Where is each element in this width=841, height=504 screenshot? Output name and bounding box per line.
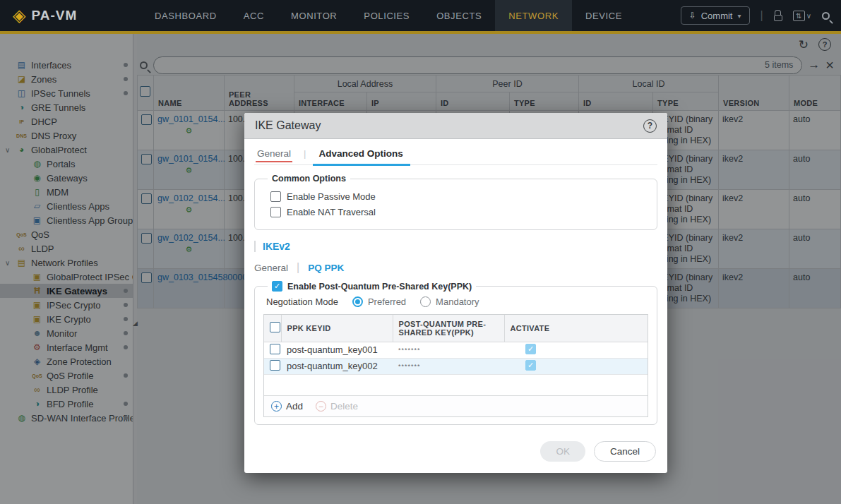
delete-icon: −	[316, 401, 326, 412]
ppk-row[interactable]: post-quantum_key001*******	[264, 342, 648, 358]
menu-item-dashboard[interactable]: DASHBOARD	[141, 0, 230, 31]
menu-item-objects[interactable]: OBJECTS	[423, 0, 495, 31]
add-label: Add	[286, 401, 303, 412]
common-options-fieldset: Common Options Enable Passive Mode Enabl…	[254, 174, 657, 230]
delete-button[interactable]: − Delete	[316, 401, 358, 412]
delete-label: Delete	[330, 401, 358, 412]
ppk-col-keyid[interactable]: PPK KEYID	[281, 315, 393, 342]
ppk-legend: Enable Post-Quantum Pre-Shared Key(PPK)	[268, 281, 476, 292]
dialog-title: IKE Gateway	[255, 119, 321, 132]
pan-logo-icon: ◈	[13, 7, 25, 24]
menu-item-policies[interactable]: POLICIES	[350, 0, 423, 31]
subtab-separator: |	[297, 261, 299, 274]
enable-nat-traversal-label: Enable NAT Traversal	[287, 207, 376, 217]
ppk-select-all-checkbox[interactable]	[270, 322, 280, 332]
subtab-general[interactable]: General	[254, 263, 288, 273]
task-manager-icon: ⇅	[793, 11, 805, 21]
dialog-body: General | Advanced Options Common Option…	[244, 139, 667, 441]
chevron-down-icon: ∨	[806, 12, 811, 20]
preferred-radio[interactable]	[352, 296, 363, 307]
ppk-key-cell: *******	[393, 342, 504, 358]
enable-passive-mode-checkbox[interactable]	[270, 191, 281, 202]
tasks-icon[interactable]: ⇅ ∨	[793, 11, 811, 21]
mandatory-radio[interactable]	[420, 296, 431, 307]
radio-option-preferred[interactable]: Preferred	[352, 296, 406, 307]
ppk-table: PPK KEYID POST-QUANTUM PRE-SHARED KEY(PP…	[264, 315, 648, 375]
menu-item-device[interactable]: DEVICE	[572, 0, 636, 31]
commit-button[interactable]: ⇩ Commit ▾	[681, 6, 750, 25]
ppk-col-key[interactable]: POST-QUANTUM PRE-SHARED KEY(PPK)	[393, 315, 504, 342]
subtab-pq-ppk[interactable]: PQ PPK	[308, 263, 344, 273]
negotiation-mode-row: Negotiation Mode Preferred Mandatory	[266, 296, 648, 307]
commit-label: Commit	[701, 11, 733, 21]
enable-nat-traversal-row: Enable NAT Traversal	[270, 207, 648, 217]
ppk-keyid-cell: post-quantum_key002	[281, 358, 393, 374]
dialog-help-icon[interactable]: ?	[643, 119, 657, 133]
enable-passive-mode-label: Enable Passive Mode	[287, 191, 376, 202]
ppk-fieldset: Enable Post-Quantum Pre-Shared Key(PPK) …	[254, 281, 657, 425]
add-icon: +	[271, 401, 282, 412]
dialog-titlebar: IKE Gateway ?	[244, 113, 667, 139]
dialog-tabs: General | Advanced Options	[254, 148, 657, 165]
radio-option-mandatory[interactable]: Mandatory	[420, 296, 479, 307]
ppk-col-activate[interactable]: ACTIVATE	[504, 315, 648, 342]
enable-ppk-label: Enable Post-Quantum Pre-Shared Key(PPK)	[287, 282, 472, 292]
ppk-row-checkbox[interactable]	[270, 360, 280, 371]
menu-item-acc[interactable]: ACC	[230, 0, 278, 31]
nav-divider: |	[761, 9, 763, 22]
ppk-row-checkbox[interactable]	[270, 344, 280, 354]
common-options-legend: Common Options	[268, 174, 350, 184]
tab-general[interactable]: General	[254, 148, 294, 164]
nav-right: ⇩ Commit ▾ | ⇅ ∨	[681, 0, 841, 31]
ppk-table-empty-area	[264, 375, 648, 396]
negotiation-mode-label: Negotiation Mode	[266, 296, 338, 307]
tab-advanced-options[interactable]: Advanced Options	[316, 148, 405, 164]
commit-icon: ⇩	[689, 11, 696, 20]
tab-separator: |	[304, 148, 306, 164]
ikev2-subtabs: General | PQ PPK	[254, 261, 657, 274]
lock-icon[interactable]	[774, 15, 782, 21]
ppk-key-cell: *******	[393, 358, 504, 374]
ppk-keyid-cell: post-quantum_key001	[281, 342, 393, 358]
dialog-footer: OK Cancel	[244, 441, 667, 473]
brand: ◈ PA-VM	[0, 0, 141, 31]
enable-ppk-checkbox[interactable]	[272, 281, 282, 292]
top-nav: ◈ PA-VM DASHBOARDACCMONITORPOLICIESOBJEC…	[0, 0, 841, 34]
brand-name: PA-VM	[31, 8, 77, 23]
cancel-button[interactable]: Cancel	[594, 441, 656, 462]
main-menu: DASHBOARDACCMONITORPOLICIESOBJECTSNETWOR…	[141, 0, 636, 31]
ok-button[interactable]: OK	[540, 441, 585, 462]
ikev2-heading: IKEv2	[254, 241, 657, 252]
preferred-label: Preferred	[368, 296, 406, 307]
global-search-icon[interactable]	[822, 12, 830, 20]
enable-nat-traversal-checkbox[interactable]	[270, 207, 281, 217]
activate-checkbox[interactable]	[525, 360, 536, 371]
chevron-down-icon: ▾	[737, 12, 741, 20]
ppk-row[interactable]: post-quantum_key002*******	[264, 358, 648, 374]
ppk-table-footer: + Add − Delete	[264, 395, 648, 416]
ppk-table-container: PPK KEYID POST-QUANTUM PRE-SHARED KEY(PP…	[263, 314, 648, 417]
enable-passive-mode-row: Enable Passive Mode	[270, 191, 648, 202]
mandatory-label: Mandatory	[436, 296, 479, 307]
menu-item-network[interactable]: NETWORK	[495, 0, 572, 31]
ike-gateway-dialog: IKE Gateway ? General | Advanced Options…	[244, 113, 667, 473]
add-button[interactable]: + Add	[271, 401, 303, 412]
menu-item-monitor[interactable]: MONITOR	[278, 0, 350, 31]
activate-checkbox[interactable]	[525, 344, 536, 354]
